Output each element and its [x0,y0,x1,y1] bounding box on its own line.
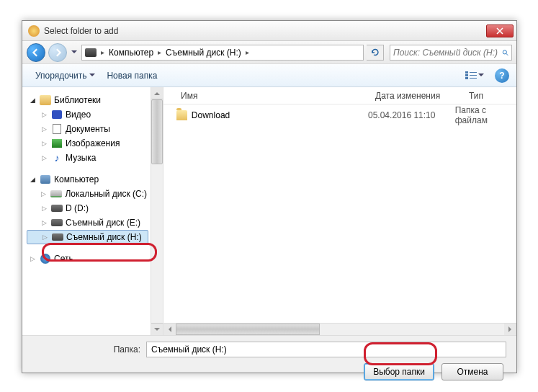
scroll-thumb[interactable] [151,99,163,164]
tree-images[interactable]: ▷ Изображения [27,136,148,151]
chevron-up-icon [154,92,160,95]
scroll-right-button[interactable] [504,324,516,335]
col-type[interactable]: Тип [465,91,516,101]
svg-point-0 [503,50,506,53]
folder-name-row: Папка: [32,342,506,357]
address-bar[interactable]: ▸ Компьютер ▸ Съемный диск (H:) ▸ [81,45,364,61]
file-date: 05.04.2016 11:10 [368,110,455,120]
tree-music[interactable]: ▷ ♪ Музыка [27,151,148,165]
file-list[interactable]: Download 05.04.2016 11:10 Папка с файлам [163,104,516,323]
breadcrumb-sep-icon: ▸ [246,48,249,56]
tree-label: Документы [66,124,110,134]
tree-label: Компьютер [54,174,99,184]
tree-drive-d[interactable]: ▷ D (D:) [27,201,148,215]
close-icon [496,27,503,35]
nav-tree: ◢ Библиотеки ▷ Видео ▷ Документы ▷ [22,87,163,335]
chevron-down-icon [154,328,160,331]
breadcrumb-sep-icon: ▸ [101,48,104,56]
select-folder-button[interactable]: Выбор папки [364,363,434,380]
list-view-icon [465,71,477,80]
app-icon [28,25,40,37]
svg-rect-6 [470,78,477,79]
expand-icon: ▷ [40,233,49,241]
libraries-icon [40,95,51,105]
breadcrumb-sep-icon: ▸ [158,48,161,56]
breadcrumb-drive[interactable]: Съемный диск (H:) [163,46,244,59]
chevron-left-icon [168,326,171,332]
col-date[interactable]: Дата изменения [371,91,465,101]
back-button[interactable] [27,43,45,62]
folder-name-input[interactable] [146,342,506,357]
nav-history-dropdown[interactable] [70,45,79,60]
scroll-left-button[interactable] [163,324,176,335]
close-button[interactable] [486,24,514,37]
column-headers: Имя Дата изменения Тип [163,87,516,104]
cancel-button[interactable]: Отмена [441,363,503,380]
search-icon [502,48,508,58]
chevron-down-icon [71,50,77,54]
help-button[interactable]: ? [495,68,509,83]
organize-label: Упорядочить [35,71,86,81]
drive-icon [85,48,97,57]
tree-documents[interactable]: ▷ Документы [27,122,148,136]
tree-label: Съемный диск (E:) [66,218,140,228]
video-icon [52,110,62,119]
file-pane: Имя Дата изменения Тип Download 05.04.20… [163,87,516,335]
refresh-button[interactable] [367,45,384,61]
new-folder-label: Новая папка [107,71,157,81]
tree-removable-e[interactable]: ▷ Съемный диск (E:) [27,215,148,230]
expand-icon: ▷ [40,111,48,118]
tree-label: D (D:) [66,203,89,213]
svg-rect-3 [465,77,468,79]
search-input[interactable] [393,48,502,58]
expand-icon: ▷ [40,219,48,226]
tree-label: Локальный диск (C:) [65,189,147,199]
list-item[interactable]: Download 05.04.2016 11:10 Папка с файлам [163,107,516,123]
help-icon: ? [499,71,504,81]
network-icon [40,254,50,264]
window-title: Select folder to add [44,26,486,36]
search-box[interactable] [390,45,512,61]
forward-icon [53,48,62,57]
titlebar: Select folder to add [22,21,516,41]
svg-rect-2 [465,74,468,76]
scroll-thumb[interactable] [176,324,320,335]
forward-button[interactable] [48,43,67,62]
expand-icon: ▷ [40,125,48,133]
dialog-body: ◢ Библиотеки ▷ Видео ▷ Документы ▷ [22,87,516,335]
music-icon: ♪ [55,152,60,164]
col-name[interactable]: Имя [176,91,371,101]
tree-libraries[interactable]: ◢ Библиотеки [27,93,148,107]
breadcrumb-computer[interactable]: Компьютер [106,46,156,59]
svg-rect-4 [470,72,477,73]
expand-icon: ▷ [40,205,48,212]
expand-icon: ▷ [40,190,48,197]
button-row: Выбор папки Отмена [32,363,506,380]
organize-button[interactable]: Упорядочить [30,68,101,84]
documents-icon [53,124,61,134]
images-icon [52,139,62,148]
tree-removable-h[interactable]: ▷ Съемный диск (H:) [27,230,148,244]
tree-label: Библиотеки [54,95,101,105]
folder-select-dialog: Select folder to add ▸ Компьютер ▸ Съемн… [22,20,517,373]
horizontal-scrollbar[interactable] [163,323,516,335]
file-type: Папка с файлам [455,105,516,125]
scroll-down-button[interactable] [151,323,163,335]
tree-network[interactable]: ▷ Сеть [27,251,148,266]
sidebar-scrollbar[interactable] [151,87,163,335]
dialog-footer: Папка: Выбор папки Отмена [22,335,516,373]
nav-bar: ▸ Компьютер ▸ Съемный диск (H:) ▸ [22,41,516,64]
scroll-up-button[interactable] [151,87,163,99]
refresh-icon [371,48,380,57]
computer-icon [40,175,50,184]
expand-icon: ▷ [40,154,48,161]
new-folder-button[interactable]: Новая папка [101,68,163,84]
expand-icon: ▷ [40,140,48,147]
tree-label: Изображения [66,138,120,148]
toolbar: Упорядочить Новая папка ? [22,64,516,87]
view-mode-button[interactable] [460,68,489,84]
chevron-down-icon [89,74,95,77]
tree-local-c[interactable]: ▷ Локальный диск (C:) [27,187,148,201]
tree-computer[interactable]: ◢ Компьютер [27,172,148,187]
tree-video[interactable]: ▷ Видео [27,107,148,122]
